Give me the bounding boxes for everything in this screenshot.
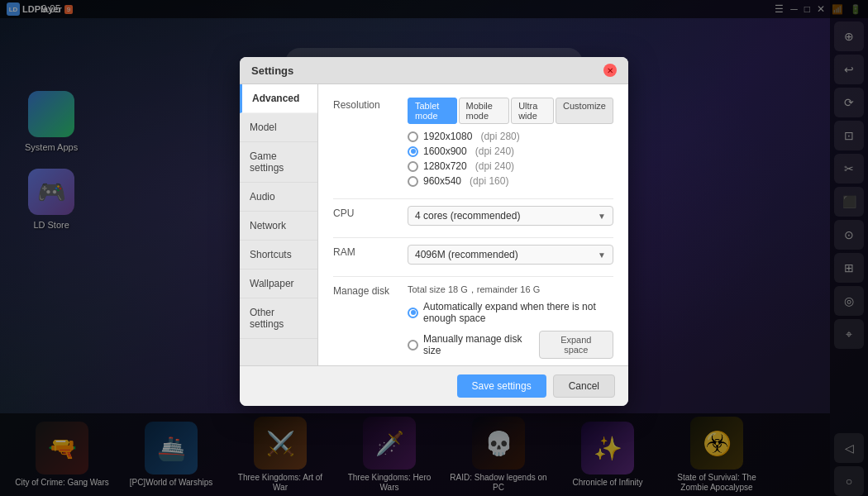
res-label-1600: 1600x900: [423, 145, 467, 157]
nav-item-network[interactable]: Network: [240, 212, 317, 241]
res-dpi-1600: (dpi 240): [475, 145, 514, 157]
disk-radio-group: Automatically expand when there is not e…: [408, 301, 613, 359]
nav-item-wallpaper[interactable]: Wallpaper: [240, 269, 317, 298]
disk-info: Total size 18 G，remainder 16 G: [408, 284, 613, 296]
resolution-radio-group: 1920x1080 (dpi 280) 1600x900 (dpi 240) 1…: [408, 131, 613, 187]
nav-item-advanced[interactable]: Advanced: [240, 84, 317, 113]
cpu-dropdown[interactable]: 4 cores (recommended) ▼: [408, 206, 613, 226]
radio-1920: [408, 131, 418, 142]
res-dpi-1920: (dpi 280): [480, 131, 519, 142]
disk-manual-option[interactable]: Manually manage disk size: [408, 333, 532, 356]
radio-1600: [408, 146, 418, 157]
disk-manual-row: Manually manage disk size Expand space: [408, 331, 613, 359]
disk-auto-label: Automatically expand when there is not e…: [423, 301, 613, 324]
dialog-overlay: Settings ✕ Advanced Model Game settings …: [0, 0, 868, 496]
res-option-1280[interactable]: 1280x720 (dpi 240): [408, 160, 613, 172]
cpu-dropdown-arrow: ▼: [598, 212, 606, 221]
cpu-control: 4 cores (recommended) ▼: [408, 206, 613, 226]
nav-item-model[interactable]: Model: [240, 113, 317, 142]
ram-row: RAM 4096M (recommended) ▼: [333, 245, 613, 265]
resolution-control: Tablet mode Mobile mode Ultra wide Custo…: [408, 98, 613, 187]
res-label-960: 960x540: [423, 175, 461, 187]
settings-dialog: Settings ✕ Advanced Model Game settings …: [240, 57, 628, 406]
dialog-footer: Save settings Cancel: [240, 365, 628, 406]
nav-item-shortcuts[interactable]: Shortcuts: [240, 241, 317, 269]
ram-value: 4096M (recommended): [415, 249, 518, 260]
cpu-row: CPU 4 cores (recommended) ▼: [333, 206, 613, 226]
ram-label: RAM: [333, 245, 399, 258]
dialog-content: Resolution Tablet mode Mobile mode Ultra…: [318, 84, 628, 365]
resolution-label: Resolution: [333, 98, 399, 111]
dialog-title: Settings: [251, 64, 293, 77]
ram-dropdown-arrow: ▼: [598, 250, 606, 260]
divider-3: [333, 276, 613, 277]
manage-disk-label: Manage disk: [333, 284, 399, 297]
resolution-row: Resolution Tablet mode Mobile mode Ultra…: [333, 98, 613, 187]
radio-1280: [408, 161, 418, 172]
res-tab-customize[interactable]: Customize: [556, 98, 613, 124]
dialog-body: Advanced Model Game settings Audio Netwo…: [240, 84, 628, 365]
ram-control: 4096M (recommended) ▼: [408, 245, 613, 265]
disk-auto-option[interactable]: Automatically expand when there is not e…: [408, 301, 613, 324]
dialog-sidebar: Advanced Model Game settings Audio Netwo…: [240, 84, 318, 365]
cancel-button[interactable]: Cancel: [553, 374, 615, 398]
res-label-1920: 1920x1080: [423, 131, 472, 142]
res-label-1280: 1280x720: [423, 160, 467, 172]
res-option-960[interactable]: 960x540 (dpi 160): [408, 175, 613, 187]
save-settings-button[interactable]: Save settings: [457, 374, 546, 398]
res-tab-ultra[interactable]: Ultra wide: [511, 98, 554, 124]
manage-disk-row: Manage disk Total size 18 G，remainder 16…: [333, 284, 613, 359]
cpu-value: 4 cores (recommended): [415, 210, 520, 222]
nav-item-other[interactable]: Other settings: [240, 298, 317, 339]
radio-960: [408, 176, 418, 187]
divider-1: [333, 198, 613, 199]
resolution-tabs: Tablet mode Mobile mode Ultra wide Custo…: [408, 98, 613, 124]
expand-space-button[interactable]: Expand space: [539, 331, 613, 359]
res-option-1600[interactable]: 1600x900 (dpi 240): [408, 145, 613, 157]
res-tab-mobile[interactable]: Mobile mode: [459, 98, 510, 124]
dialog-close-button[interactable]: ✕: [603, 64, 617, 77]
res-tab-tablet[interactable]: Tablet mode: [408, 98, 457, 124]
disk-auto-radio: [408, 308, 418, 318]
nav-item-audio[interactable]: Audio: [240, 183, 317, 212]
dialog-titlebar: Settings ✕: [240, 57, 628, 84]
disk-manual-label: Manually manage disk size: [423, 333, 532, 356]
cpu-label: CPU: [333, 206, 399, 219]
manage-disk-control: Total size 18 G，remainder 16 G Automatic…: [408, 284, 613, 359]
ram-dropdown[interactable]: 4096M (recommended) ▼: [408, 245, 613, 265]
nav-item-game-settings[interactable]: Game settings: [240, 142, 317, 183]
divider-2: [333, 237, 613, 238]
disk-manual-radio: [408, 340, 418, 351]
res-dpi-960: (dpi 160): [470, 175, 508, 187]
res-option-1920[interactable]: 1920x1080 (dpi 280): [408, 131, 613, 142]
res-dpi-1280: (dpi 240): [475, 160, 514, 172]
